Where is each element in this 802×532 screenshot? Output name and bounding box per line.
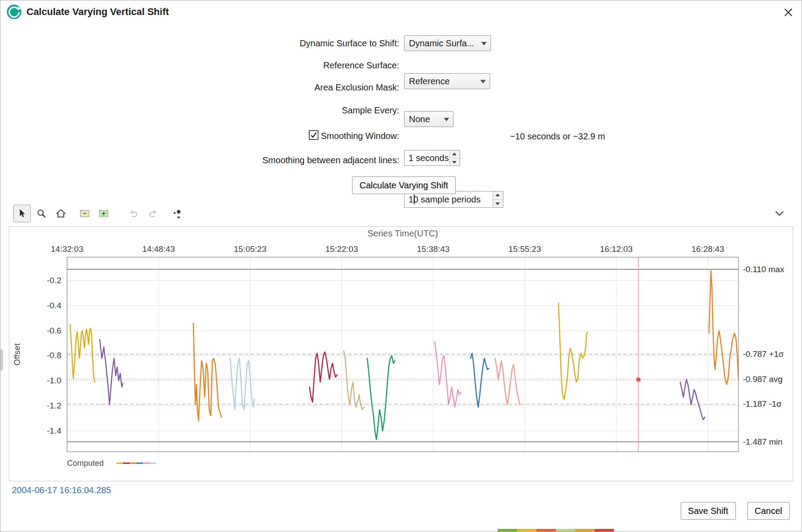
undo-button[interactable] [125,205,142,222]
cursor-arrow-icon [16,208,28,219]
spin-up-icon[interactable] [493,191,503,200]
home-view-button[interactable] [52,205,70,222]
area-exclusion-mask-value: None [409,114,430,124]
ref-line-label: -1.187 -1σ [743,399,782,408]
spinner-buttons [493,191,503,207]
dashed-region-plus-icon [98,208,109,219]
y-tick-label: -0.6 [47,326,61,335]
spin-down-icon[interactable] [493,200,503,208]
footer-buttons: Save Shift Cancel [681,502,790,520]
dropdown-arrow-icon [480,80,486,83]
background-window-strip-segment [536,529,556,532]
collapse-chart-chevron[interactable] [771,205,788,222]
offset-chart[interactable]: Series Time(UTC)14:32:0314:48:4315:05:23… [9,227,793,481]
y-tick-label: -1.4 [47,426,61,435]
zoom-tool-button[interactable] [33,205,50,222]
dashed-region-minus-icon [79,208,90,219]
background-window-strip-segment [595,529,614,532]
reference-surface-label: Reference Surface: [323,57,399,73]
dynamic-surface-label: Dynamic Surface to Shift: [300,35,399,51]
chart-title: Series Time(UTC) [367,229,438,238]
background-window-strip [498,529,614,532]
area-exclusion-mask-dropdown[interactable]: None [404,111,453,127]
background-window-strip-segment [556,529,575,532]
ref-line-label: -0.110 max [743,265,784,274]
x-tick-label: 15:22:03 [326,244,358,254]
y-tick-label: -1.2 [47,401,61,410]
x-tick-label: 15:55:23 [509,244,541,254]
magnifier-icon [36,208,47,219]
redo-icon [147,208,159,219]
dynamic-surface-dropdown[interactable]: Dynamic Surfa... [404,35,491,51]
area-exclusion-mask-label: Area Exclusion Mask: [315,79,399,95]
smoothing-window-label: Smoothing Window: [321,128,399,144]
close-icon[interactable] [782,6,795,19]
smoothing-window-value: 10 sample periods [408,195,480,205]
pointer-tool-button[interactable] [13,205,31,222]
sample-every-value: 1 seconds [408,153,449,163]
dropdown-arrow-icon [444,118,449,121]
ref-line-label: -1.487 min [743,437,783,446]
window-title: Calculate Varying Vertical Shift [26,0,169,24]
background-window-strip-segment [517,529,536,532]
splitter-handle[interactable] [0,349,3,371]
ref-line-label: -0.987 avg [743,375,783,384]
app-icon [6,4,22,20]
chart-panel: Series Time(UTC)14:32:0314:48:4315:05:23… [9,226,793,481]
smoothing-window-note: ~10 seconds or ~32.9 m [510,128,605,145]
cursor-marker [636,377,641,382]
reference-surface-value: Reference [409,76,450,86]
sample-every-label: Sample Every: [342,102,399,118]
text-caret [414,195,415,204]
reject-region-tool-button[interactable] [76,205,94,222]
smoothing-window-checkbox[interactable] [309,130,319,140]
dialog-titlebar: Calculate Varying Vertical Shift [0,0,802,24]
x-tick-label: 15:05:23 [234,244,266,254]
marker-options-button[interactable] [169,205,186,222]
legend-label: Computed [67,459,104,468]
spin-down-icon[interactable] [450,158,460,166]
dots-icon [171,207,184,220]
dropdown-arrow-icon [481,42,487,45]
spinner-buttons [450,150,460,165]
y-tick-label: -0.8 [47,351,61,360]
accept-region-tool-button[interactable] [95,205,112,222]
cursor-timestamp: 2004-06-17 16:16:04.285 [12,485,111,495]
y-tick-label: -0.4 [47,301,61,310]
background-window-strip-segment [575,529,595,532]
x-tick-label: 14:32:03 [51,244,83,254]
save-shift-button[interactable]: Save Shift [681,502,736,520]
undo-icon [128,208,139,219]
caret-down-icon [177,217,180,219]
reference-surface-dropdown[interactable]: Reference [404,73,490,89]
dynamic-surface-value: Dynamic Surfa... [409,38,474,49]
smoothing-adjacent-label: Smoothing between adjacent lines: [262,152,399,168]
ref-line-label: -0.787 +1σ [743,349,784,359]
sample-every-spinner[interactable]: 1 seconds [404,150,460,166]
chevron-down-icon [773,207,786,220]
x-tick-label: 16:12:03 [600,244,633,254]
redo-button[interactable] [144,205,162,222]
checkbox-check-icon [310,131,318,139]
x-tick-label: 14:48:43 [142,244,175,254]
x-tick-label: 15:38:43 [417,244,450,254]
background-window-strip-segment [498,529,517,532]
y-tick-label: -0.2 [47,276,61,285]
cancel-button[interactable]: Cancel [747,502,790,520]
y-axis-label: Offset [12,343,22,366]
spin-up-icon[interactable] [450,150,460,158]
y-tick-label: -1.0 [47,376,61,385]
plot-background [67,257,738,452]
calculate-varying-shift-button[interactable]: Calculate Varying Shift [352,176,456,194]
home-icon [55,208,67,219]
x-tick-label: 16:28:43 [692,244,724,254]
